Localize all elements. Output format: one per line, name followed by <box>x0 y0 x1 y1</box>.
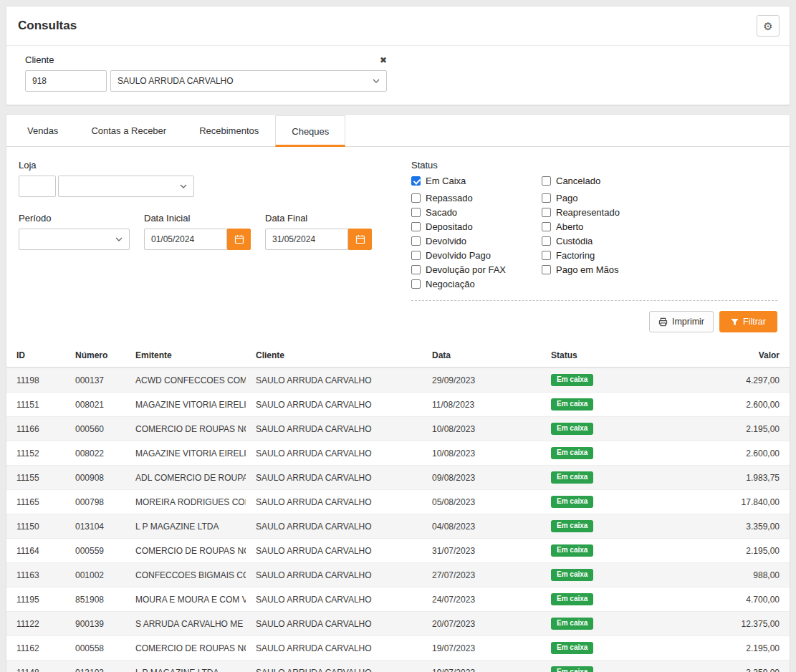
table-row[interactable]: 11152008022MAGAZINE VITORIA EIRELI MESAU… <box>6 441 790 466</box>
tab-contas-a-receber[interactable]: Contas a Receber <box>75 115 183 146</box>
status-option-sacado[interactable]: Sacado <box>411 204 542 213</box>
cell-id: 11198 <box>6 368 65 393</box>
actions-row: Imprimir Filtrar <box>6 301 790 340</box>
filter-button-label: Filtrar <box>743 317 766 327</box>
checkbox-icon <box>542 176 551 186</box>
checkbox-label: Sacado <box>426 207 457 218</box>
cell-data: 20/07/2023 <box>422 612 541 636</box>
table-row[interactable]: 11198000137ACWD CONFECCOES COMER…SAULO A… <box>6 368 790 393</box>
table-row[interactable]: 11164000559COMERCIO DE ROUPAS NOV…SAULO … <box>6 539 790 563</box>
status-option-depositado[interactable]: Depositado <box>411 219 542 228</box>
table-row[interactable]: 11163001002CONFECCOES BIGMAIS COM…SAULO … <box>6 563 790 587</box>
status-option-repassado[interactable]: Repassado <box>411 190 542 199</box>
clear-client-icon[interactable]: ✖ <box>380 56 387 64</box>
table-row[interactable]: 11155000908ADL COMERCIO DE ROUPAS …SAULO… <box>6 466 790 490</box>
filter-button[interactable]: Filtrar <box>719 311 777 332</box>
data-final-group: Data Final <box>265 213 372 250</box>
panel-header: Consultas ⚙ <box>6 6 790 45</box>
client-select[interactable]: SAULO ARRUDA CARVALHO <box>110 70 387 92</box>
client-group: Cliente ✖ SAULO ARRUDA CARVALHO <box>25 54 387 92</box>
cell-status: Em caixa <box>541 393 657 417</box>
cell-data: 11/08/2023 <box>422 393 541 417</box>
cell-valor: 988,00 <box>657 563 790 587</box>
cell-numero: 000560 <box>65 417 125 441</box>
checkbox-icon <box>411 279 421 289</box>
cell-data: 24/07/2023 <box>422 587 541 612</box>
tab-vendas[interactable]: Vendas <box>11 115 75 146</box>
cell-numero: 001002 <box>65 563 125 587</box>
periodo-label: Período <box>19 213 130 224</box>
checkbox-icon <box>411 265 421 274</box>
status-option-cancelado[interactable]: Cancelado <box>542 176 777 185</box>
print-button[interactable]: Imprimir <box>649 311 714 332</box>
checkbox-icon <box>411 251 421 260</box>
status-option-factoring[interactable]: Factoring <box>542 247 777 256</box>
status-option-devolvido[interactable]: Devolvido <box>411 233 542 242</box>
status-columns: Em CaixaRepassadoSacadoDepositadoDevolvi… <box>411 176 777 301</box>
checkbox-label: Devolvido <box>426 236 466 246</box>
periodo-select[interactable] <box>19 229 130 250</box>
chevron-down-icon <box>180 184 187 188</box>
funnel-icon <box>731 318 739 326</box>
cell-valor: 3.359,00 <box>657 514 790 539</box>
checkbox-icon <box>411 208 421 217</box>
status-option-aberto[interactable]: Aberto <box>542 219 777 228</box>
cell-id: 11165 <box>6 490 65 514</box>
status-option-reapresentado[interactable]: Reapresentado <box>542 204 777 213</box>
data-inicial-input[interactable] <box>144 229 227 250</box>
checkbox-label: Factoring <box>556 250 595 261</box>
status-column-1: Em CaixaRepassadoSacadoDepositadoDevolvi… <box>411 176 542 290</box>
column-header-cliente: Cliente <box>246 344 422 368</box>
settings-button[interactable]: ⚙ <box>757 15 780 37</box>
loja-code-input[interactable] <box>19 176 56 197</box>
data-final-label: Data Final <box>265 213 372 224</box>
status-option-pago[interactable]: Pago <box>542 190 777 199</box>
data-final-calendar-button[interactable] <box>348 229 372 250</box>
cell-valor: 17.840,00 <box>657 490 790 514</box>
cell-valor: 3.359,00 <box>657 661 790 672</box>
status-option-devolvido-pago[interactable]: Devolvido Pago <box>411 247 542 256</box>
cell-status: Em caixa <box>541 417 657 441</box>
table-row[interactable]: 11165000798MOREIRA RODRIGUES COME…SAULO … <box>6 490 790 514</box>
client-select-value: SAULO ARRUDA CARVALHO <box>118 76 234 86</box>
cell-id: 11164 <box>6 539 65 563</box>
cell-id: 11195 <box>6 587 65 612</box>
status-badge: Em caixa <box>551 471 593 484</box>
table-row[interactable]: 11162000558COMERCIO DE ROUPAS NOV…SAULO … <box>6 636 790 661</box>
checkbox-icon <box>542 208 551 217</box>
cell-data: 10/08/2023 <box>422 441 541 466</box>
cell-data: 19/07/2023 <box>422 636 541 661</box>
table-row[interactable]: 11151008021MAGAZINE VITORIA EIRELI MESAU… <box>6 393 790 417</box>
cell-id: 11122 <box>6 612 65 636</box>
cell-status: Em caixa <box>541 514 657 539</box>
cell-status: Em caixa <box>541 563 657 587</box>
table-row[interactable]: 11122900139S ARRUDA CARVALHO MESAULO ARR… <box>6 612 790 636</box>
table-row[interactable]: 11166000560COMERCIO DE ROUPAS NOV…SAULO … <box>6 417 790 441</box>
printer-icon <box>658 317 668 327</box>
loja-select[interactable] <box>58 176 194 197</box>
table-row[interactable]: 11148013103L P MAGAZINE LTDASAULO ARRUDA… <box>6 661 790 672</box>
status-option-pago-em-m-os[interactable]: Pago em Mãos <box>542 261 777 271</box>
tab-cheques[interactable]: Cheques <box>275 115 345 147</box>
table-row[interactable]: 11195851908MOURA E MOURA E COM VAR…SAULO… <box>6 587 790 612</box>
cell-status: Em caixa <box>541 636 657 661</box>
cell-data: 27/07/2023 <box>422 563 541 587</box>
table-row[interactable]: 11150013104L P MAGAZINE LTDASAULO ARRUDA… <box>6 514 790 539</box>
checkbox-label: Devolução por FAX <box>426 264 506 275</box>
data-inicial-label: Data Inicial <box>144 213 251 224</box>
data-final-input[interactable] <box>265 229 348 250</box>
status-option-devolu-o-por-fax[interactable]: Devolução por FAX <box>411 261 542 271</box>
status-option-em-caixa[interactable]: Em Caixa <box>411 176 542 185</box>
client-section: Cliente ✖ SAULO ARRUDA CARVALHO <box>6 45 790 105</box>
status-option-cust-dia[interactable]: Custódia <box>542 233 777 242</box>
cell-valor: 12.375,00 <box>657 612 790 636</box>
data-inicial-calendar-button[interactable] <box>227 229 251 250</box>
cell-status: Em caixa <box>541 441 657 466</box>
client-code-input[interactable] <box>25 70 107 92</box>
cell-emitente: CONFECCOES BIGMAIS COM… <box>125 563 246 587</box>
status-option-negocia-o[interactable]: Negociação <box>411 276 542 285</box>
tab-recebimentos[interactable]: Recebimentos <box>183 115 275 146</box>
cell-cliente: SAULO ARRUDA CARVALHO <box>246 466 422 490</box>
status-badge: Em caixa <box>551 374 593 386</box>
cell-data: 05/08/2023 <box>422 490 541 514</box>
